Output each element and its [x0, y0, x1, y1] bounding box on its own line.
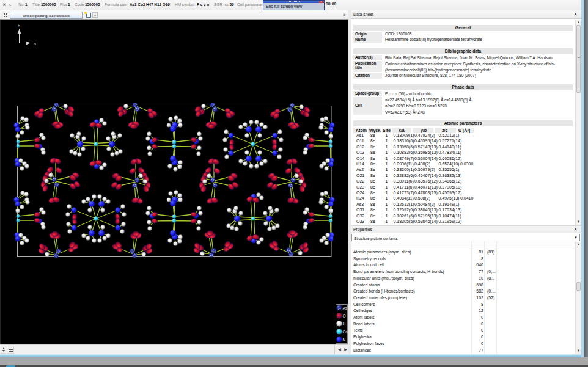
- svg-text:N: N: [343, 338, 346, 342]
- svg-text:Co: Co: [343, 330, 348, 334]
- svg-text:H: H: [343, 322, 346, 326]
- svg-text:O: O: [343, 314, 346, 318]
- svg-text:As: As: [343, 306, 348, 310]
- svg-text:b: b: [18, 24, 20, 28]
- svg-text:a: a: [34, 42, 36, 46]
